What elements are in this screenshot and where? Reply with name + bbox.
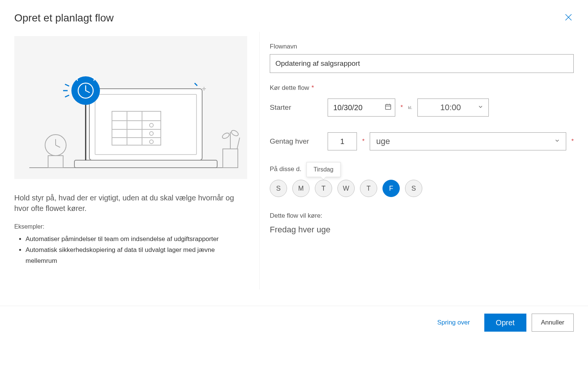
svg-line-25 bbox=[195, 83, 197, 86]
day-toggle[interactable]: S bbox=[405, 180, 422, 197]
dialog-title: Opret et planlagt flow bbox=[14, 12, 114, 24]
skip-button[interactable]: Spring over bbox=[428, 314, 479, 332]
start-time-value: 10:00 bbox=[423, 103, 478, 112]
required-indicator: * bbox=[401, 104, 403, 111]
day-toggle[interactable]: W bbox=[337, 180, 355, 197]
svg-rect-30 bbox=[223, 149, 238, 168]
svg-line-34 bbox=[237, 138, 240, 149]
start-date-input[interactable] bbox=[328, 99, 395, 117]
required-indicator: * bbox=[311, 84, 314, 91]
chevron-down-icon bbox=[478, 104, 483, 111]
close-button[interactable] bbox=[563, 11, 574, 25]
run-flow-label: Kør dette flow bbox=[270, 84, 309, 91]
example-item: Automatiser påmindelser til team om inds… bbox=[26, 234, 247, 245]
svg-point-32 bbox=[221, 132, 230, 139]
repeat-unit-value: uge bbox=[376, 136, 390, 146]
start-time-select[interactable]: 10:00 bbox=[417, 99, 489, 117]
day-toggle[interactable]: T bbox=[360, 180, 377, 197]
svg-line-22 bbox=[65, 95, 69, 97]
close-icon bbox=[565, 14, 572, 21]
repeat-unit-select[interactable]: uge bbox=[370, 132, 566, 150]
repeat-count-input[interactable] bbox=[328, 132, 357, 150]
day-toggle[interactable]: TTirsdag bbox=[315, 180, 332, 197]
vertical-divider bbox=[259, 32, 260, 290]
scheduled-flow-illustration bbox=[14, 36, 247, 179]
at-label: kl. bbox=[408, 105, 412, 110]
days-row: SMTTirsdagWTFS bbox=[270, 180, 574, 197]
summary-text: Fredag hver uge bbox=[270, 225, 574, 235]
flow-name-input[interactable] bbox=[270, 54, 574, 73]
svg-line-21 bbox=[65, 84, 69, 86]
flow-name-label: Flownavn bbox=[270, 43, 574, 50]
svg-rect-4 bbox=[89, 89, 202, 160]
day-toggle[interactable]: F bbox=[382, 180, 400, 197]
svg-point-33 bbox=[230, 129, 239, 137]
required-indicator: * bbox=[571, 138, 574, 145]
starts-label: Starter bbox=[270, 103, 322, 112]
svg-rect-3 bbox=[74, 160, 217, 168]
cancel-button[interactable]: Annuller bbox=[532, 314, 574, 332]
examples-list: Automatiser påmindelser til team om inds… bbox=[14, 234, 247, 267]
chevron-down-icon bbox=[555, 138, 560, 145]
repeat-label: Gentag hver bbox=[270, 137, 322, 146]
day-toggle[interactable]: S bbox=[270, 180, 287, 197]
svg-rect-29 bbox=[48, 156, 63, 168]
create-button[interactable]: Opret bbox=[484, 314, 526, 332]
summary-label: Dette flow vil køre: bbox=[270, 212, 574, 220]
description-text: Hold styr på, hvad der er vigtigt, uden … bbox=[14, 193, 247, 214]
examples-label: Eksempler: bbox=[14, 223, 247, 230]
svg-line-28 bbox=[56, 145, 60, 147]
day-tooltip: Tirsdag bbox=[307, 162, 341, 177]
day-toggle[interactable]: M bbox=[292, 180, 310, 197]
required-indicator: * bbox=[362, 138, 364, 145]
example-item: Automatisk sikkerhedskopiering af data t… bbox=[26, 245, 247, 267]
